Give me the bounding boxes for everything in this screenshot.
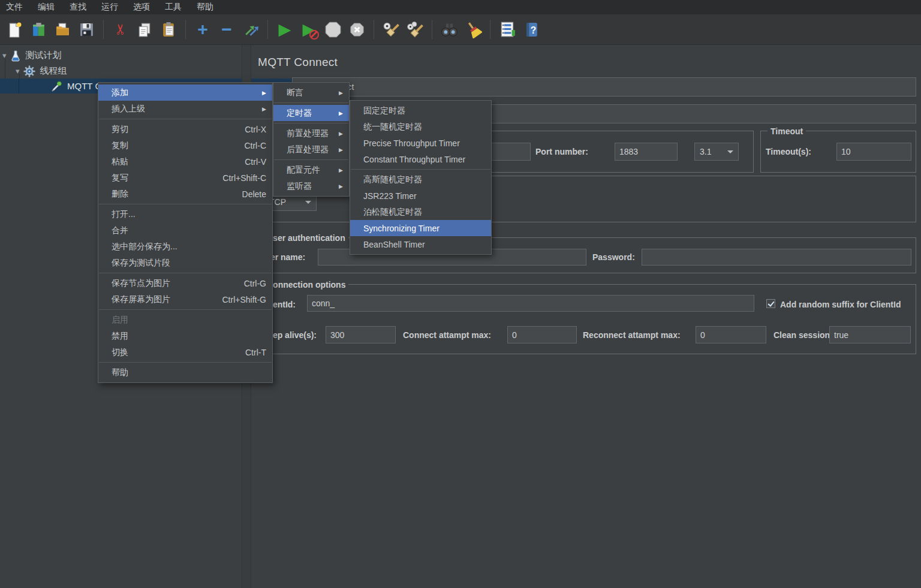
add-submenu-item-config-element[interactable]: 配置元件 ▶	[273, 162, 349, 178]
add-button[interactable]: +	[192, 19, 213, 40]
toolbar: ✂ + − ▶ ▶	[0, 14, 921, 45]
reconnect-attempt-input[interactable]	[696, 326, 766, 343]
timer-item-jsr223-timer[interactable]: JSR223 Timer	[350, 188, 491, 204]
timer-item-uniform-random-timer[interactable]: 统一随机定时器	[350, 119, 491, 135]
start-no-timers-button[interactable]: ▶	[298, 19, 320, 40]
save-button[interactable]	[76, 19, 97, 40]
menu-options[interactable]: 选项	[133, 2, 150, 13]
context-menu-item-toggle[interactable]: 切换 Ctrl-T	[98, 344, 272, 360]
context-menu-item-save-selection-as[interactable]: 选中部分保存为...	[98, 239, 272, 255]
menu-file[interactable]: 文件	[6, 2, 23, 13]
menu-run[interactable]: 运行	[101, 2, 118, 13]
menu-help[interactable]: 帮助	[197, 2, 213, 13]
chevron-down-icon[interactable]: ▾	[2, 51, 7, 60]
clear-one-button[interactable]	[380, 19, 402, 40]
menu-edit[interactable]: 编辑	[38, 2, 55, 13]
context-menu-item-duplicate[interactable]: 复写 Ctrl+Shift-C	[98, 170, 272, 186]
mqtt-version-dropdown[interactable]: 3.1	[694, 143, 739, 161]
context-menu-item-merge[interactable]: 合并	[98, 222, 272, 239]
port-number-input[interactable]	[615, 143, 678, 161]
add-submenu-item-post-processors[interactable]: 后置处理器 ▶	[273, 141, 349, 158]
context-menu-item-open[interactable]: 打开...	[98, 206, 272, 222]
add-submenu-item-assertions[interactable]: 断言 ▶	[273, 85, 349, 101]
stop-button[interactable]	[322, 19, 344, 40]
add-submenu-item-listener[interactable]: 监听器 ▶	[273, 178, 349, 194]
timer-item-gaussian-random-timer[interactable]: 高斯随机定时器	[350, 171, 491, 188]
context-menu-item-disable[interactable]: 禁用	[98, 328, 272, 344]
context-menu-item-save-screen-as-image[interactable]: 保存屏幕为图片 Ctrl+Shift-G	[98, 291, 272, 307]
search-button[interactable]	[438, 19, 460, 40]
sampler-pipette-icon	[50, 80, 62, 92]
menu-separator	[99, 362, 272, 363]
new-file-button[interactable]	[4, 19, 25, 40]
timer-item-precise-throughput-timer[interactable]: Precise Throughput Timer	[350, 135, 491, 151]
open-templates-button[interactable]	[28, 19, 49, 40]
context-menu-item-cut[interactable]: 剪切 Ctrl-X	[98, 121, 272, 137]
help-button[interactable]: ?	[520, 19, 542, 40]
clear-all-broom-icon	[407, 21, 423, 38]
remove-button[interactable]: −	[216, 19, 237, 40]
submenu-arrow-icon: ▶	[339, 110, 343, 116]
add-submenu-item-timer[interactable]: 定时器 ▶	[273, 105, 349, 121]
paste-button[interactable]	[158, 19, 179, 40]
timer-item-beanshell-timer[interactable]: BeanShell Timer	[350, 236, 491, 252]
connect-attempt-input[interactable]	[507, 326, 577, 343]
context-menu-item-add[interactable]: 添加 ▶	[98, 85, 272, 101]
menu-separator	[274, 159, 348, 160]
toolbar-separator	[432, 20, 432, 39]
timeout-group-title: Timeout	[768, 126, 806, 136]
timer-item-constant-timer[interactable]: 固定定时器	[350, 102, 491, 119]
keep-alive-input[interactable]	[326, 326, 396, 343]
clear-all-button[interactable]	[404, 19, 426, 40]
tree-item-test-plan[interactable]: ▾ 测试计划	[2, 48, 62, 63]
password-label: Password:	[592, 252, 635, 262]
context-menu-item-save-node-as-image[interactable]: 保存节点为图片 Ctrl-G	[98, 275, 272, 291]
random-suffix-label: Add random suffix for ClientId	[780, 300, 901, 309]
open-file-button[interactable]	[52, 19, 73, 40]
copy-icon	[137, 22, 153, 38]
toolbar-separator	[103, 20, 104, 39]
random-suffix-checkbox[interactable]	[766, 299, 775, 308]
tree-item-thread-group[interactable]: ▾ 线程组	[16, 64, 67, 79]
clientid-input[interactable]	[307, 295, 754, 312]
toggle-arrows-icon	[243, 22, 259, 38]
tree-guide-line	[19, 79, 19, 94]
function-helper-button[interactable]	[496, 19, 518, 40]
menu-separator	[99, 204, 272, 204]
timeout-input[interactable]	[836, 143, 911, 161]
clean-session-input[interactable]	[829, 326, 911, 343]
save-icon	[79, 22, 95, 38]
context-menu-item-insert-parent[interactable]: 插入上级 ▶	[98, 101, 272, 117]
menu-separator	[99, 309, 272, 310]
context-menu-item-paste[interactable]: 粘贴 Ctrl-V	[98, 153, 272, 170]
cut-scissors-icon: ✂	[113, 23, 128, 35]
auth-group-title: User authentication	[264, 233, 348, 243]
timer-item-synchronizing-timer[interactable]: Synchronizing Timer	[350, 220, 491, 236]
context-menu-item-save-as-test-fragment[interactable]: 保存为测试片段	[98, 255, 272, 271]
add-submenu-item-pre-processors[interactable]: 前置处理器 ▶	[273, 125, 349, 141]
password-input[interactable]	[642, 249, 911, 266]
submenu-arrow-icon: ▶	[339, 147, 343, 153]
chevron-down-icon[interactable]: ▾	[16, 67, 20, 76]
copy-button[interactable]	[134, 19, 155, 40]
cut-button[interactable]: ✂	[110, 19, 131, 40]
context-menu-item-help[interactable]: 帮助	[98, 364, 272, 381]
menu-search[interactable]: 查找	[70, 2, 86, 13]
context-menu-item-delete[interactable]: 删除 Delete	[98, 186, 272, 202]
sampler-name-input[interactable]	[292, 77, 916, 97]
menu-tools[interactable]: 工具	[165, 2, 182, 13]
submenu-arrow-icon: ▶	[339, 90, 343, 96]
stop-octagon-icon	[324, 21, 342, 38]
timer-submenu: 固定定时器 统一随机定时器 Precise Throughput Timer C…	[350, 100, 492, 255]
open-file-icon	[55, 22, 71, 38]
timer-item-constant-throughput-timer[interactable]: Constant Throughput Timer	[350, 151, 491, 167]
toggle-button[interactable]	[240, 19, 261, 40]
search-binoculars-icon	[441, 21, 458, 38]
context-menu-item-copy[interactable]: 复制 Ctrl-C	[98, 137, 272, 153]
timer-item-poisson-random-timer[interactable]: 泊松随机定时器	[350, 204, 491, 220]
search-reset-button[interactable]	[462, 19, 484, 40]
shutdown-button[interactable]	[346, 19, 368, 40]
start-button[interactable]: ▶	[274, 19, 296, 40]
new-file-icon	[7, 22, 23, 38]
open-templates-icon	[31, 22, 47, 38]
